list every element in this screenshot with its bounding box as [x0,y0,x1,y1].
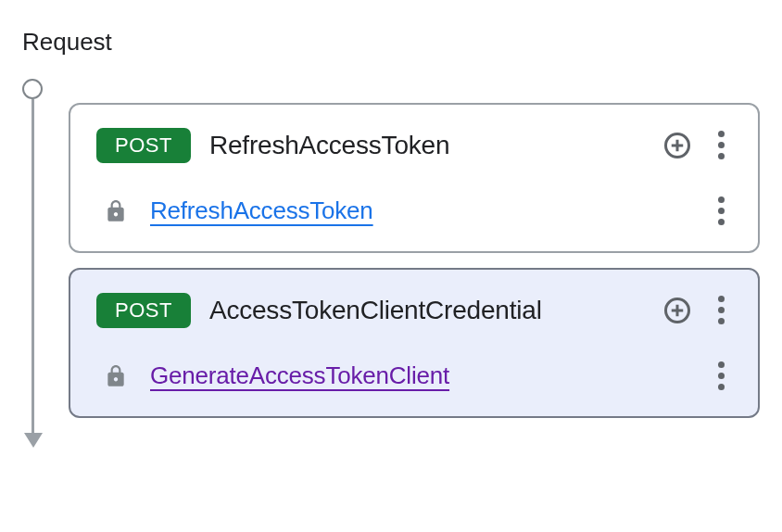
flow-cards: POST RefreshAccessToken [69,79,760,446]
kebab-menu-icon[interactable] [710,127,732,163]
lock-icon [104,199,128,223]
flow-card[interactable]: POST RefreshAccessToken [69,103,760,253]
http-method-badge: POST [96,293,191,328]
policy-link[interactable]: RefreshAccessToken [150,196,687,225]
kebab-menu-icon[interactable] [710,358,732,394]
kebab-menu-icon[interactable] [710,292,732,328]
flow-card-header: POST AccessTokenClientCredential [96,292,732,328]
timeline-arrow-icon [24,433,43,448]
add-icon[interactable] [663,297,691,324]
section-heading: Request [22,28,760,57]
flow-card[interactable]: POST AccessTokenClientCredential [69,268,760,418]
http-method-badge: POST [96,128,191,163]
kebab-menu-icon[interactable] [710,193,732,229]
flow-container: POST RefreshAccessToken [22,79,760,446]
flow-title: RefreshAccessToken [209,131,645,160]
timeline-start-circle [22,79,43,99]
flow-card-body: GenerateAccessTokenClient [96,358,732,394]
timeline-line [32,99,34,435]
policy-link[interactable]: GenerateAccessTokenClient [150,361,687,390]
flow-card-body: RefreshAccessToken [96,193,732,229]
flow-card-header: POST RefreshAccessToken [96,127,732,163]
flow-title: AccessTokenClientCredential [209,296,645,325]
add-icon[interactable] [663,132,691,159]
lock-icon [104,364,128,388]
